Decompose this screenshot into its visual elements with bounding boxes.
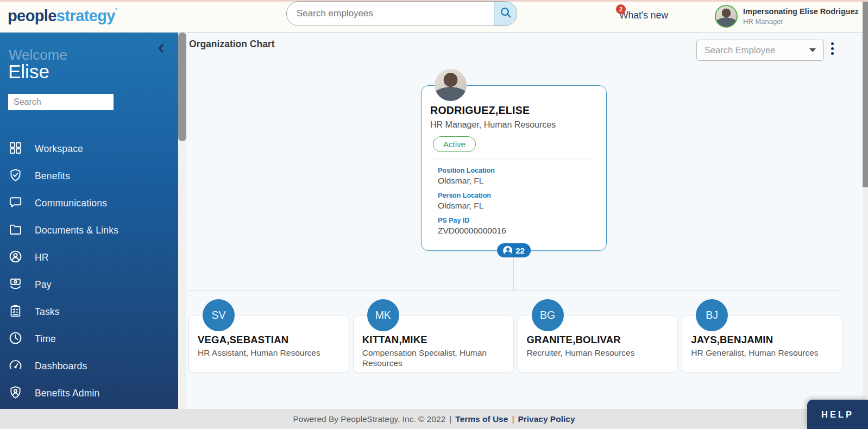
sidebar-item-label: Time [35,333,56,345]
app-window: peoplestrategy’ 2 What's new Impersonati… [0,0,868,429]
chevron-down-icon[interactable] [840,8,850,20]
search-employee-combobox[interactable]: Search Employee [696,40,824,61]
peoplestrategy-logo: peoplestrategy’ [8,7,117,25]
sidebar-item-label: HR [35,252,49,263]
org-connector-horizontal [188,291,842,291]
whats-new-link[interactable]: What's new [619,10,668,21]
folder-icon [8,222,23,239]
avatar: SV [203,299,235,331]
footer-separator: | [512,414,514,424]
employee-name: JAYS,BENJAMIN [691,334,833,346]
sidebar-item-documents[interactable]: Documents & Links [0,217,178,244]
sidebar-item-label: Benefits [35,171,70,182]
employee-name: VEGA,SEBASTIAN [198,334,340,346]
search-employee-placeholder: Search Employee [705,45,775,55]
clock-icon [8,331,23,348]
sidebar-item-time[interactable]: Time [0,325,178,352]
logo-part1: people [8,7,56,24]
banknote-hand-icon [8,276,23,293]
avatar: BG [532,299,564,331]
direct-reports-row: SV VEGA,SEBASTIAN HR Assistant, Human Re… [188,315,842,373]
sidebar-item-label: Dashboards [35,361,87,372]
field-position-location: Position Location Oldsmar, FL [438,167,597,186]
user-avatar[interactable] [715,5,738,28]
avatar: BJ [696,299,728,331]
direct-reports-count: 22 [515,246,525,255]
page-title: Organization Chart [189,39,275,50]
sidebar-item-label: Pay [35,279,52,291]
employee-title: HR Manager, Human Resources [430,120,597,130]
org-connector-vertical [513,257,514,291]
help-button[interactable]: HELP [807,400,868,429]
footer-separator: | [449,414,451,424]
page-scrollbar-track [863,2,868,429]
sidebar-item-dashboards[interactable]: Dashboards [0,352,178,380]
org-card-child[interactable]: BG GRANITE,BOLIVAR Recruiter, Human Reso… [518,315,678,373]
employee-title: HR Assistant, Human Resources [198,348,340,358]
field-value: Oldsmar, FL [438,176,597,186]
clipboard-icon [8,304,23,320]
page-scrollbar-thumb[interactable] [863,2,868,187]
card-divider [430,160,597,160]
org-card-child[interactable]: MK KITTAN,MIKE Compensation Specialist, … [353,315,514,373]
sidebar-item-benefits[interactable]: Benefits [0,162,178,190]
card-fields: Position Location Oldsmar, FL Person Loc… [438,167,597,236]
field-value: Oldsmar, FL [438,201,597,211]
org-card-child[interactable]: BJ JAYS,BENJAMIN HR Generalist, Human Re… [682,315,842,373]
person-icon [503,246,512,255]
field-label: PS Pay ID [438,217,597,224]
logo-part2: strategy [56,7,115,24]
sidebar-collapse-icon[interactable] [155,41,167,58]
sidebar-item-workspace[interactable]: Workspace [0,135,178,162]
status-badge: Active [433,136,476,152]
search-icon [499,6,512,21]
sidebar-search-input[interactable] [8,94,114,110]
sidebar-item-label: Benefits Admin [35,388,100,399]
avatar: MK [367,299,399,331]
search-button[interactable] [494,2,517,26]
field-label: Position Location [438,167,597,174]
sidebar-menu: Workspace Benefits Communications Docume… [0,135,178,407]
sidebar-item-tasks[interactable]: Tasks [0,298,178,325]
gauge-icon [8,358,23,375]
terms-of-use-link[interactable]: Terms of Use [455,414,508,424]
logo-mark: ’ [115,7,117,15]
field-label: Person Location [438,192,597,199]
shield-check-icon [8,168,23,185]
employee-name: GRANITE,BOLIVAR [527,334,669,346]
org-card-child[interactable]: SV VEGA,SEBASTIAN HR Assistant, Human Re… [188,315,349,373]
powered-by-text: Powered By PeopleStrategy, Inc. © 2022 [293,414,445,424]
sidebar-item-label: Tasks [35,306,60,318]
more-options-button[interactable] [831,42,834,57]
employee-title: Recruiter, Human Resources [527,348,669,358]
field-ps-pay-id: PS Pay ID ZVD00000000016 [438,217,597,236]
header-search-input[interactable] [287,2,494,26]
sidebar-item-pay[interactable]: Pay [0,271,178,298]
employee-photo [435,69,467,101]
person-circle-icon [8,249,23,266]
shield-person-icon [8,385,23,402]
direct-reports-badge[interactable]: 22 [497,243,531,257]
sidebar-item-benefits-admin[interactable]: Benefits Admin [0,380,178,407]
sidebar-scrollbar-thumb[interactable] [178,33,186,141]
field-value: ZVD00000000016 [438,226,597,236]
employee-search-bar [286,1,517,26]
employee-title: Compensation Specialist, Human Resources [362,348,505,369]
grid-icon [8,141,23,157]
sidebar: Welcome Elise Workspace Benefits Communi… [0,33,178,409]
field-person-location: Person Location Oldsmar, FL [438,192,597,211]
sidebar-item-hr[interactable]: HR [0,244,178,271]
welcome-user-name: Elise [8,61,49,83]
sidebar-item-label: Communications [35,198,107,209]
employee-name: RODRIGUEZ,ELISE [430,104,597,117]
sidebar-item-communications[interactable]: Communications [0,190,178,217]
employee-title: HR Generalist, Human Resources [691,348,833,358]
dropdown-caret-icon [809,48,816,52]
org-card-root[interactable]: RODRIGUEZ,ELISE HR Manager, Human Resour… [421,85,607,251]
footer: Powered By PeopleStrategy, Inc. © 2022 |… [0,409,868,429]
user-role-label: HR Manager [743,17,783,26]
sidebar-item-label: Workspace [35,143,83,155]
sidebar-scrollbar-track [178,33,186,409]
chat-bubble-icon [8,195,23,212]
privacy-policy-link[interactable]: Privacy Policy [518,414,575,424]
